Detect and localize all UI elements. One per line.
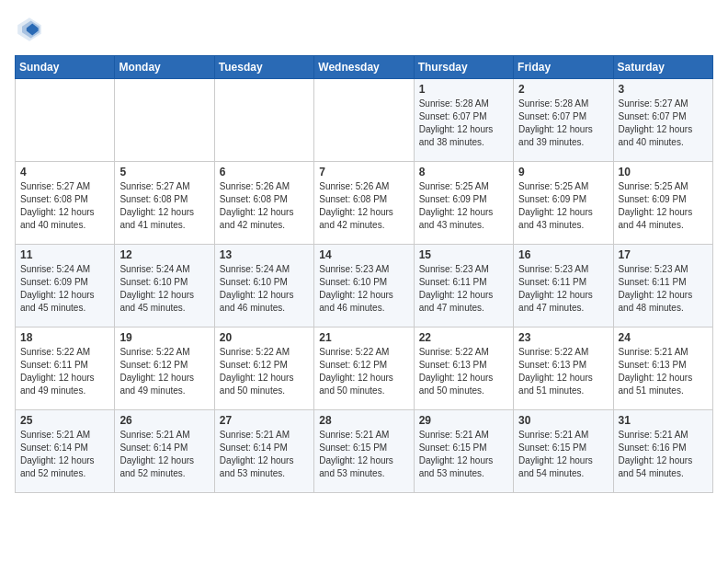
calendar-cell: 18Sunrise: 5:22 AM Sunset: 6:11 PM Dayli…: [16, 327, 115, 410]
day-number: 5: [119, 166, 209, 178]
day-number: 18: [20, 331, 109, 344]
day-number: 12: [119, 248, 209, 261]
day-number: 30: [518, 414, 608, 427]
day-number: 19: [119, 331, 209, 344]
day-number: 4: [20, 166, 109, 178]
day-info: Sunrise: 5:21 AM Sunset: 6:15 PM Dayligh…: [319, 429, 408, 480]
day-number: 10: [619, 166, 708, 178]
day-number: 25: [20, 414, 109, 427]
calendar-week-1: 1Sunrise: 5:28 AM Sunset: 6:07 PM Daylig…: [16, 79, 713, 162]
day-info: Sunrise: 5:27 AM Sunset: 6:08 PM Dayligh…: [20, 180, 109, 232]
calendar-week-5: 25Sunrise: 5:21 AM Sunset: 6:14 PM Dayli…: [16, 410, 713, 493]
day-info: Sunrise: 5:21 AM Sunset: 6:15 PM Dayligh…: [518, 429, 608, 480]
day-info: Sunrise: 5:27 AM Sunset: 6:07 PM Dayligh…: [619, 98, 708, 149]
weekday-header-sunday: Sunday: [16, 56, 115, 79]
day-info: Sunrise: 5:25 AM Sunset: 6:09 PM Dayligh…: [619, 180, 708, 232]
calendar-cell: 22Sunrise: 5:22 AM Sunset: 6:13 PM Dayli…: [414, 327, 513, 410]
calendar-cell: 25Sunrise: 5:21 AM Sunset: 6:14 PM Dayli…: [16, 410, 115, 493]
day-number: 24: [619, 331, 708, 344]
calendar-cell: 27Sunrise: 5:21 AM Sunset: 6:14 PM Dayli…: [214, 410, 313, 493]
day-number: 7: [319, 166, 408, 178]
calendar-cell: [16, 79, 115, 162]
day-info: Sunrise: 5:28 AM Sunset: 6:07 PM Dayligh…: [419, 98, 508, 149]
day-number: 26: [119, 414, 209, 427]
day-info: Sunrise: 5:21 AM Sunset: 6:15 PM Dayligh…: [419, 429, 508, 480]
calendar-cell: 28Sunrise: 5:21 AM Sunset: 6:15 PM Dayli…: [314, 410, 414, 493]
day-info: Sunrise: 5:28 AM Sunset: 6:07 PM Dayligh…: [518, 98, 608, 149]
calendar-cell: 16Sunrise: 5:23 AM Sunset: 6:11 PM Dayli…: [514, 245, 613, 327]
day-number: 22: [419, 331, 508, 344]
logo-icon: [15, 15, 44, 44]
calendar-cell: 12Sunrise: 5:24 AM Sunset: 6:10 PM Dayli…: [115, 245, 214, 327]
calendar-cell: [314, 79, 414, 162]
day-number: 28: [319, 414, 408, 427]
day-info: Sunrise: 5:21 AM Sunset: 6:14 PM Dayligh…: [119, 429, 209, 480]
day-info: Sunrise: 5:25 AM Sunset: 6:09 PM Dayligh…: [518, 180, 608, 232]
calendar-week-2: 4Sunrise: 5:27 AM Sunset: 6:08 PM Daylig…: [16, 162, 713, 245]
day-info: Sunrise: 5:21 AM Sunset: 6:13 PM Dayligh…: [619, 346, 708, 397]
calendar-cell: 20Sunrise: 5:22 AM Sunset: 6:12 PM Dayli…: [214, 327, 313, 410]
calendar-cell: 14Sunrise: 5:23 AM Sunset: 6:10 PM Dayli…: [314, 245, 414, 327]
calendar-header: SundayMondayTuesdayWednesdayThursdayFrid…: [16, 56, 713, 79]
calendar-cell: [214, 79, 313, 162]
day-info: Sunrise: 5:22 AM Sunset: 6:12 PM Dayligh…: [319, 346, 408, 397]
day-info: Sunrise: 5:22 AM Sunset: 6:12 PM Dayligh…: [220, 346, 309, 397]
day-number: 27: [220, 414, 309, 427]
calendar-cell: 6Sunrise: 5:26 AM Sunset: 6:08 PM Daylig…: [214, 162, 313, 245]
day-info: Sunrise: 5:24 AM Sunset: 6:10 PM Dayligh…: [119, 263, 209, 315]
day-info: Sunrise: 5:21 AM Sunset: 6:14 PM Dayligh…: [220, 429, 309, 480]
calendar-cell: 31Sunrise: 5:21 AM Sunset: 6:16 PM Dayli…: [613, 410, 712, 493]
weekday-header-monday: Monday: [115, 56, 214, 79]
calendar-cell: 10Sunrise: 5:25 AM Sunset: 6:09 PM Dayli…: [613, 162, 712, 245]
calendar-week-3: 11Sunrise: 5:24 AM Sunset: 6:09 PM Dayli…: [16, 245, 713, 327]
weekday-header-tuesday: Tuesday: [214, 56, 313, 79]
day-number: 13: [220, 248, 309, 261]
calendar-cell: 26Sunrise: 5:21 AM Sunset: 6:14 PM Dayli…: [115, 410, 214, 493]
day-info: Sunrise: 5:21 AM Sunset: 6:14 PM Dayligh…: [20, 429, 109, 480]
calendar-cell: 3Sunrise: 5:27 AM Sunset: 6:07 PM Daylig…: [613, 79, 712, 162]
calendar-body: 1Sunrise: 5:28 AM Sunset: 6:07 PM Daylig…: [16, 79, 713, 493]
logo: [15, 15, 48, 44]
calendar-cell: 29Sunrise: 5:21 AM Sunset: 6:15 PM Dayli…: [414, 410, 513, 493]
calendar-cell: 15Sunrise: 5:23 AM Sunset: 6:11 PM Dayli…: [414, 245, 513, 327]
calendar-cell: 1Sunrise: 5:28 AM Sunset: 6:07 PM Daylig…: [414, 79, 513, 162]
day-info: Sunrise: 5:23 AM Sunset: 6:11 PM Dayligh…: [518, 263, 608, 315]
weekday-header-saturday: Saturday: [613, 56, 712, 79]
day-info: Sunrise: 5:23 AM Sunset: 6:11 PM Dayligh…: [619, 263, 708, 315]
day-info: Sunrise: 5:26 AM Sunset: 6:08 PM Dayligh…: [220, 180, 309, 232]
day-info: Sunrise: 5:23 AM Sunset: 6:11 PM Dayligh…: [419, 263, 508, 315]
day-number: 1: [419, 83, 508, 96]
calendar-cell: [115, 79, 214, 162]
calendar-cell: 23Sunrise: 5:22 AM Sunset: 6:13 PM Dayli…: [514, 327, 613, 410]
day-info: Sunrise: 5:21 AM Sunset: 6:16 PM Dayligh…: [619, 429, 708, 480]
day-number: 15: [419, 248, 508, 261]
day-number: 14: [319, 248, 408, 261]
day-number: 16: [518, 248, 608, 261]
day-info: Sunrise: 5:25 AM Sunset: 6:09 PM Dayligh…: [419, 180, 508, 232]
day-number: 31: [619, 414, 708, 427]
day-info: Sunrise: 5:23 AM Sunset: 6:10 PM Dayligh…: [319, 263, 408, 315]
day-number: 2: [518, 83, 608, 96]
day-number: 6: [220, 166, 309, 178]
day-info: Sunrise: 5:24 AM Sunset: 6:09 PM Dayligh…: [20, 263, 109, 315]
calendar-cell: 9Sunrise: 5:25 AM Sunset: 6:09 PM Daylig…: [514, 162, 613, 245]
day-number: 23: [518, 331, 608, 344]
day-info: Sunrise: 5:26 AM Sunset: 6:08 PM Dayligh…: [319, 180, 408, 232]
calendar-cell: 19Sunrise: 5:22 AM Sunset: 6:12 PM Dayli…: [115, 327, 214, 410]
calendar-cell: 8Sunrise: 5:25 AM Sunset: 6:09 PM Daylig…: [414, 162, 513, 245]
day-number: 8: [419, 166, 508, 178]
day-info: Sunrise: 5:22 AM Sunset: 6:12 PM Dayligh…: [119, 346, 209, 397]
weekday-row: SundayMondayTuesdayWednesdayThursdayFrid…: [16, 56, 713, 79]
day-number: 3: [619, 83, 708, 96]
calendar-cell: 11Sunrise: 5:24 AM Sunset: 6:09 PM Dayli…: [16, 245, 115, 327]
calendar-table: SundayMondayTuesdayWednesdayThursdayFrid…: [15, 55, 713, 493]
calendar-cell: 21Sunrise: 5:22 AM Sunset: 6:12 PM Dayli…: [314, 327, 414, 410]
day-info: Sunrise: 5:22 AM Sunset: 6:11 PM Dayligh…: [20, 346, 109, 397]
day-info: Sunrise: 5:22 AM Sunset: 6:13 PM Dayligh…: [419, 346, 508, 397]
day-info: Sunrise: 5:22 AM Sunset: 6:13 PM Dayligh…: [518, 346, 608, 397]
day-number: 17: [619, 248, 708, 261]
page-header: [15, 15, 713, 44]
calendar-cell: 13Sunrise: 5:24 AM Sunset: 6:10 PM Dayli…: [214, 245, 313, 327]
calendar-cell: 24Sunrise: 5:21 AM Sunset: 6:13 PM Dayli…: [613, 327, 712, 410]
day-info: Sunrise: 5:27 AM Sunset: 6:08 PM Dayligh…: [119, 180, 209, 232]
